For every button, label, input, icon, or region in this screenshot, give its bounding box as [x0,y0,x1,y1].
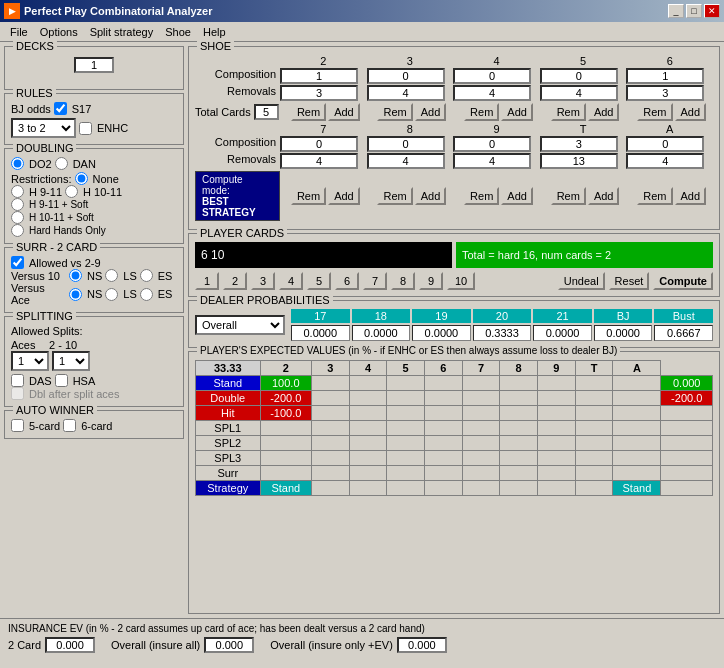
enhc-checkbox[interactable] [79,122,92,135]
rem-2[interactable] [280,85,358,101]
prob-header-bj: BJ [594,309,653,323]
rem-btn-7[interactable]: Rem [291,187,326,205]
prob-val-18: 0.0000 [352,325,411,341]
rem-3[interactable] [367,85,445,101]
card-btn-3[interactable]: 3 [251,272,275,290]
menu-options[interactable]: Options [34,24,84,40]
menu-help[interactable]: Help [197,24,232,40]
rem-5[interactable] [540,85,618,101]
card-btn-2[interactable]: 2 [223,272,247,290]
undeal-button[interactable]: Undeal [558,272,605,290]
five-card-checkbox[interactable] [11,419,24,432]
comp-9[interactable] [453,136,531,152]
add-btn-4[interactable]: Add [501,103,533,121]
card-btn-9[interactable]: 9 [419,272,443,290]
comp-7[interactable] [280,136,358,152]
decks-input[interactable] [74,57,114,73]
minimize-button[interactable]: _ [668,4,684,18]
add-btn-8[interactable]: Add [415,187,447,205]
six-card-checkbox[interactable] [63,419,76,432]
comp-6[interactable] [626,68,704,84]
total-cards-input[interactable] [254,104,279,120]
card-btn-5[interactable]: 5 [307,272,331,290]
menu-file[interactable]: File [4,24,34,40]
rem-7[interactable] [280,153,358,169]
add-btn-5[interactable]: Add [588,103,620,121]
two-card-input[interactable] [45,637,95,653]
add-btn-2[interactable]: Add [328,103,360,121]
six-card-label: 6-card [81,420,112,432]
rem-btn-9[interactable]: Rem [464,187,499,205]
es2-radio[interactable] [140,288,153,301]
ns-label: NS [87,270,102,282]
rem-btn-2[interactable]: Rem [291,103,326,121]
ev-col-header-6: 7 [462,361,500,376]
aces-select[interactable]: 123 [11,351,49,371]
comp-4[interactable] [453,68,531,84]
comp-3[interactable] [367,68,445,84]
maximize-button[interactable]: □ [686,4,702,18]
add-btn-T[interactable]: Add [588,187,620,205]
card-btn-1[interactable]: 1 [195,272,219,290]
comp-T[interactable] [540,136,618,152]
s17-checkbox[interactable] [54,102,67,115]
rem-4[interactable] [453,85,531,101]
add-btn-9[interactable]: Add [501,187,533,205]
rem-6[interactable] [626,85,704,101]
add-btn-A[interactable]: Add [675,187,707,205]
ns2-radio[interactable] [69,288,82,301]
prob-select[interactable]: Overall [195,315,285,335]
compute-button[interactable]: Compute [653,272,713,290]
close-button[interactable]: ✕ [704,4,720,18]
menu-shoe[interactable]: Shoe [159,24,197,40]
comp-A[interactable] [626,136,704,152]
rem-btn-A[interactable]: Rem [637,187,672,205]
h911soft-radio[interactable] [11,198,24,211]
none-radio[interactable] [75,172,88,185]
h911-radio[interactable] [11,185,24,198]
do2-radio[interactable] [11,157,24,170]
overall-input[interactable] [204,637,254,653]
twoten-select[interactable]: 123 [52,351,90,371]
comp-2[interactable] [280,68,358,84]
dan-radio[interactable] [55,157,68,170]
card-btn-6[interactable]: 6 [335,272,359,290]
rem-btn-6[interactable]: Rem [637,103,672,121]
es-radio[interactable] [140,269,153,282]
add-btn-3[interactable]: Add [415,103,447,121]
ns-radio[interactable] [69,269,82,282]
rem-8[interactable] [367,153,445,169]
ls2-radio[interactable] [105,288,118,301]
rem-T[interactable] [540,153,618,169]
comp-8[interactable] [367,136,445,152]
dbl-after-checkbox[interactable] [11,387,24,400]
rem-9[interactable] [453,153,531,169]
rem-btn-5[interactable]: Rem [551,103,586,121]
hardhands-radio[interactable] [11,224,24,237]
ev-cell-6-1 [311,466,349,481]
hsa-checkbox[interactable] [55,374,68,387]
das-checkbox[interactable] [11,374,24,387]
rem-btn-T[interactable]: Rem [551,187,586,205]
reset-button[interactable]: Reset [609,272,650,290]
h1011-radio[interactable] [65,185,78,198]
allowed-label: Allowed vs 2-9 [29,257,101,269]
rem-A[interactable] [626,153,704,169]
overall-pos-input[interactable] [397,637,447,653]
menu-split-strategy[interactable]: Split strategy [84,24,160,40]
rem-btn-4[interactable]: Rem [464,103,499,121]
comp-5[interactable] [540,68,618,84]
card-btn-10[interactable]: 10 [447,272,475,290]
add-btn-7[interactable]: Add [328,187,360,205]
odds-select[interactable]: 3 to 2 6 to 5 [11,118,76,138]
left-panel: DECKS RULES BJ odds S17 3 to 2 6 to 5 EN… [4,46,184,614]
card-btn-7[interactable]: 7 [363,272,387,290]
add-btn-6[interactable]: Add [675,103,707,121]
card-btn-8[interactable]: 8 [391,272,415,290]
allowed-checkbox[interactable] [11,256,24,269]
rem-btn-3[interactable]: Rem [377,103,412,121]
h1011soft-radio[interactable] [11,211,24,224]
card-btn-4[interactable]: 4 [279,272,303,290]
ls-radio[interactable] [105,269,118,282]
rem-btn-8[interactable]: Rem [377,187,412,205]
